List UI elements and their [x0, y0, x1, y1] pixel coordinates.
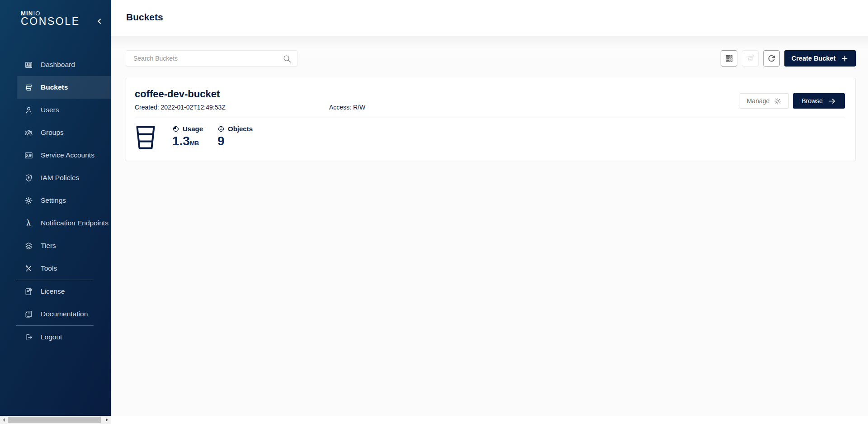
sidebar-menu: Dashboard Buckets Users Groups Service A… [0, 53, 111, 348]
groups-icon [24, 128, 33, 137]
main-content: Create Bucket coffee-dev-bucket Created:… [111, 36, 868, 416]
search-input[interactable] [126, 51, 297, 66]
usage-metric: Usage 1.3MB [172, 125, 203, 150]
actions-row: Create Bucket [126, 50, 856, 67]
sidebar-item-label: Tiers [41, 242, 56, 250]
usage-pie-icon [172, 125, 179, 133]
sidebar-item-notification-endpoints[interactable]: λ Notification Endpoints [0, 212, 111, 234]
sidebar-item-label: Service Accounts [41, 151, 94, 159]
bucket-card-buttons: Manage Browse [740, 93, 845, 109]
bucket-access-label: Access: R/W [329, 104, 365, 111]
create-bucket-label: Create Bucket [792, 55, 836, 62]
sidebar-item-label: Tools [41, 264, 57, 272]
iam-policies-shield-icon [24, 173, 33, 182]
sidebar-item-tools[interactable]: Tools [0, 257, 111, 280]
sidebar-item-label: Documentation [41, 310, 88, 318]
grid-view-button[interactable] [721, 50, 737, 67]
search-box [126, 50, 297, 67]
sidebar-item-iam-policies[interactable]: IAM Policies [0, 167, 111, 189]
page-title: Buckets [126, 12, 163, 23]
refresh-button[interactable] [763, 50, 780, 67]
sidebar-item-label: Notification Endpoints [41, 219, 108, 227]
view-toolbar: Create Bucket [721, 50, 856, 67]
scroll-right-arrow-icon[interactable] [103, 416, 111, 424]
plus-icon [841, 55, 849, 62]
tiers-layers-icon [24, 241, 33, 250]
objects-value: 9 [217, 135, 253, 148]
sidebar-item-label: Buckets [41, 83, 68, 91]
sidebar-item-tiers[interactable]: Tiers [0, 234, 111, 257]
sidebar-item-label: Dashboard [41, 61, 75, 69]
dashboard-icon [24, 60, 33, 69]
buckets-icon [24, 83, 33, 92]
manage-label: Manage [747, 97, 770, 105]
card-divider [135, 118, 845, 118]
logout-icon [24, 333, 33, 342]
sidebar-item-users[interactable]: Users [0, 99, 111, 121]
gear-icon [24, 196, 33, 205]
sidebar-item-license[interactable]: License [0, 280, 111, 303]
service-accounts-icon [24, 151, 33, 160]
objects-label: Objects [228, 125, 253, 133]
sidebar-item-label: License [41, 287, 65, 295]
manage-button[interactable]: Manage [740, 93, 789, 109]
sidebar-item-label: Settings [41, 196, 66, 205]
sidebar-item-label: Logout [41, 333, 62, 341]
license-document-icon [24, 287, 33, 296]
sidebar-item-label: Groups [41, 129, 64, 137]
documentation-book-icon [24, 310, 33, 319]
scrollbar-thumb[interactable] [8, 417, 101, 423]
sidebar: MINIO CONSOLE Dashboard Buckets Users Gr… [0, 0, 111, 416]
top-header: Buckets [111, 0, 868, 36]
lambda-icon: λ [24, 219, 33, 228]
sidebar-item-documentation[interactable]: Documentation [0, 303, 111, 325]
bucket-meta-row: Created: 2022-01-02T12:49:53Z Access: R/… [135, 104, 845, 111]
sidebar-item-service-accounts[interactable]: Service Accounts [0, 144, 111, 167]
objects-circle-icon [217, 125, 225, 133]
sidebar-item-dashboard[interactable]: Dashboard [0, 53, 111, 76]
logo-io: IO [33, 10, 40, 17]
horizontal-scrollbar[interactable] [0, 416, 111, 424]
scroll-left-arrow-icon[interactable] [0, 416, 8, 424]
bucket-card: coffee-dev-bucket Created: 2022-01-02T12… [126, 78, 856, 161]
list-view-button[interactable] [742, 50, 759, 67]
app-logo: MINIO CONSOLE [0, 0, 111, 36]
sidebar-item-logout[interactable]: Logout [0, 326, 111, 348]
browse-button[interactable]: Browse [793, 93, 845, 109]
bucket-created-label: Created: 2022-01-02T12:49:53Z [135, 104, 329, 111]
bucket-icon [135, 125, 156, 152]
sidebar-item-label: IAM Policies [41, 174, 79, 182]
objects-metric: Objects 9 [217, 125, 253, 148]
sidebar-item-groups[interactable]: Groups [0, 121, 111, 144]
arrow-right-icon [828, 97, 836, 105]
usage-label: Usage [183, 125, 203, 133]
tools-icon [24, 264, 33, 273]
collapse-sidebar-icon[interactable] [94, 16, 104, 26]
sidebar-item-buckets[interactable]: Buckets [17, 76, 111, 99]
search-icon [282, 54, 292, 66]
usage-value: 1.3MB [172, 135, 203, 150]
sidebar-item-settings[interactable]: Settings [0, 189, 111, 212]
browse-label: Browse [802, 97, 823, 105]
bucket-metrics-row: Usage 1.3MB Objects 9 [135, 125, 845, 152]
bucket-name-link[interactable]: coffee-dev-bucket [135, 89, 845, 99]
sidebar-item-label: Users [41, 106, 59, 114]
create-bucket-button[interactable]: Create Bucket [784, 50, 856, 67]
users-icon [24, 105, 33, 114]
gear-icon [774, 97, 782, 105]
